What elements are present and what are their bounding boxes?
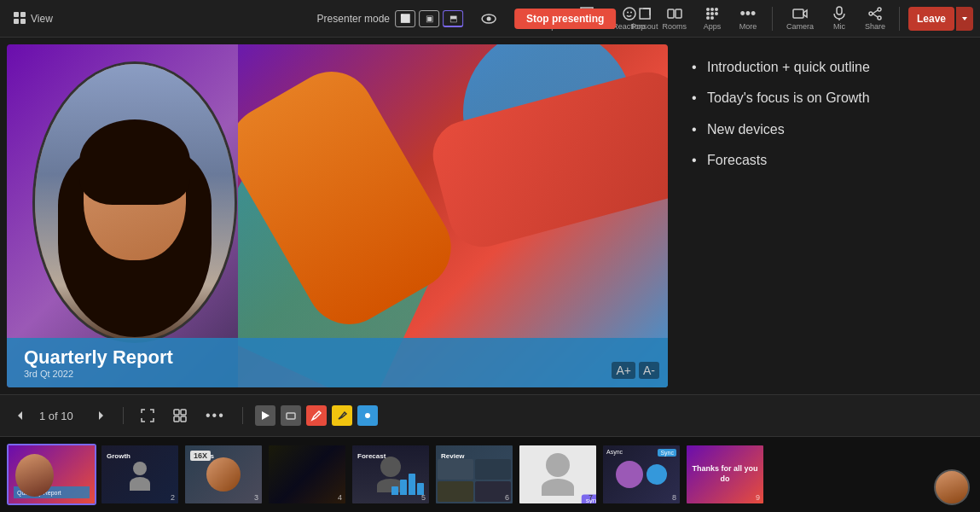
thumbnail-2[interactable]: Growth 2 — [100, 444, 180, 505]
leave-button[interactable]: Leave — [908, 7, 954, 31]
camera-label: Camera — [786, 22, 814, 31]
self-avatar[interactable] — [934, 469, 970, 505]
note-item-2: Today's focus is on Growth — [692, 89, 956, 108]
thumb-9-content: Thanks for all you do — [687, 445, 763, 503]
more-button[interactable]: ••• More — [733, 3, 763, 34]
thumbnail-6[interactable]: Review 6 — [434, 444, 514, 505]
grid-cell-3 — [438, 481, 473, 502]
thumbnail-1[interactable]: Quarterly Report — [7, 444, 96, 505]
share-button[interactable]: Share — [860, 3, 890, 34]
view-label: View — [31, 13, 53, 25]
thumbnail-strip: Quarterly Report Growth 2 Thanks 16X 3 — [0, 437, 980, 512]
svg-point-24 — [878, 8, 881, 11]
presenter-mode-icons: ⬜ ▣ ⬒ — [395, 10, 463, 27]
thumbnail-7[interactable]: sync 7 — [518, 444, 598, 505]
slide-subtitle: 3rd Qt 2022 — [24, 369, 651, 379]
notes-panel: Introduction + quick outline Today's foc… — [675, 44, 973, 387]
thumb-6-num: 6 — [505, 493, 509, 502]
presenter-video — [32, 61, 237, 343]
eye-icon-btn[interactable] — [473, 3, 504, 34]
svg-rect-22 — [837, 7, 842, 15]
thumb-9-bg: Thanks for all you do — [687, 445, 763, 503]
fullscreen-button[interactable] — [136, 405, 159, 426]
svg-rect-11 — [668, 9, 674, 18]
mic-button[interactable]: Mic — [824, 3, 855, 34]
thumbnail-4[interactable]: 4 — [267, 444, 347, 505]
thumb-1-presenter — [15, 454, 54, 497]
pm-window-icon[interactable]: ▣ — [419, 10, 439, 27]
bar-1 — [391, 486, 398, 495]
next-slide-button[interactable] — [90, 405, 111, 426]
view-menu-button[interactable]: View — [7, 9, 60, 29]
thumb-2-num: 2 — [171, 493, 175, 502]
thumb-7-bg: sync — [519, 445, 596, 503]
svg-rect-0 — [14, 12, 19, 17]
separator-2 — [899, 7, 900, 31]
svg-point-26 — [869, 12, 873, 15]
more-options-button[interactable]: ••• — [200, 404, 230, 427]
svg-point-18 — [715, 12, 718, 15]
svg-point-17 — [710, 12, 714, 15]
thumb-5-num: 5 — [421, 493, 426, 502]
pen-tool[interactable] — [306, 405, 327, 426]
thumbnail-view-button[interactable] — [168, 405, 192, 426]
thumb-8-label: Async — [606, 449, 623, 455]
laser-tool[interactable] — [357, 405, 378, 426]
thumb-2-person — [127, 462, 153, 487]
presenter-mode-label: Presenter mode — [317, 13, 390, 25]
play-tool[interactable] — [255, 405, 275, 426]
note-item-1: Introduction + quick outline — [692, 58, 956, 77]
pm-screen-icon[interactable]: ⬜ — [395, 10, 415, 27]
thumb-7-head — [546, 453, 570, 477]
stop-presenting-button[interactable]: Stop presenting — [514, 9, 616, 29]
svg-rect-3 — [20, 19, 26, 24]
thumb-9-text: Thanks for all you do — [692, 464, 758, 484]
note-item-4: Forecasts — [692, 151, 956, 170]
popout-button[interactable]: Pop out — [626, 5, 663, 32]
thumb-4-num: 4 — [338, 493, 342, 502]
thumb-3-num: 3 — [254, 493, 258, 502]
bar-2 — [400, 480, 407, 495]
svg-point-5 — [487, 16, 491, 20]
svg-rect-31 — [174, 416, 179, 422]
svg-point-14 — [710, 8, 714, 11]
thumb-5-label: Forecast — [357, 452, 386, 460]
thumb-8-bg: Async Sync — [603, 445, 680, 503]
eraser-tool[interactable] — [281, 405, 301, 426]
slide-count: 1 of 10 — [39, 410, 82, 422]
thumb-7-body — [542, 479, 574, 496]
highlight-icon — [336, 410, 348, 422]
chevron-right-icon — [94, 409, 107, 422]
rooms-icon — [667, 6, 682, 21]
bar-3 — [409, 474, 415, 495]
thumb-2-label: Growth — [107, 452, 130, 460]
leave-chevron-button[interactable] — [956, 7, 973, 31]
svg-point-16 — [706, 12, 710, 15]
note-item-3: New devices — [692, 120, 956, 139]
svg-rect-12 — [676, 9, 681, 18]
highlight-tool[interactable] — [332, 405, 352, 426]
thumbnail-icon — [173, 409, 187, 422]
svg-rect-33 — [287, 413, 295, 419]
annotation-tools — [255, 405, 378, 426]
thumbnail-9[interactable]: Thanks for all you do 9 — [685, 444, 765, 505]
circle-small — [647, 464, 667, 485]
pm-side-icon[interactable]: ⬒ — [443, 10, 463, 27]
camera-button[interactable]: Camera — [781, 3, 819, 34]
prev-slide-button[interactable] — [10, 405, 31, 426]
thumb-5-bg: Forecast — [352, 445, 429, 503]
thumbnail-8[interactable]: Async Sync 8 — [601, 444, 681, 505]
separator-1 — [772, 7, 773, 31]
main-content-area: Quarterly Report 3rd Qt 2022 A+ A- Intro… — [0, 38, 980, 394]
font-increase-button[interactable]: A+ — [612, 362, 635, 379]
pen-icon — [310, 410, 322, 422]
font-decrease-button[interactable]: A- — [639, 362, 659, 379]
thumb-8-badge: Sync — [658, 449, 676, 457]
presenter-mode-group: Presenter mode ⬜ ▣ ⬒ — [317, 10, 463, 27]
apps-button[interactable]: Apps — [697, 3, 728, 34]
thumbnail-3[interactable]: Thanks 16X 3 — [183, 444, 264, 505]
thumb-2-body — [130, 477, 150, 491]
mic-icon — [832, 6, 847, 21]
thumbnail-5[interactable]: Forecast 5 — [351, 444, 431, 505]
thumb-4-bg — [269, 445, 345, 503]
